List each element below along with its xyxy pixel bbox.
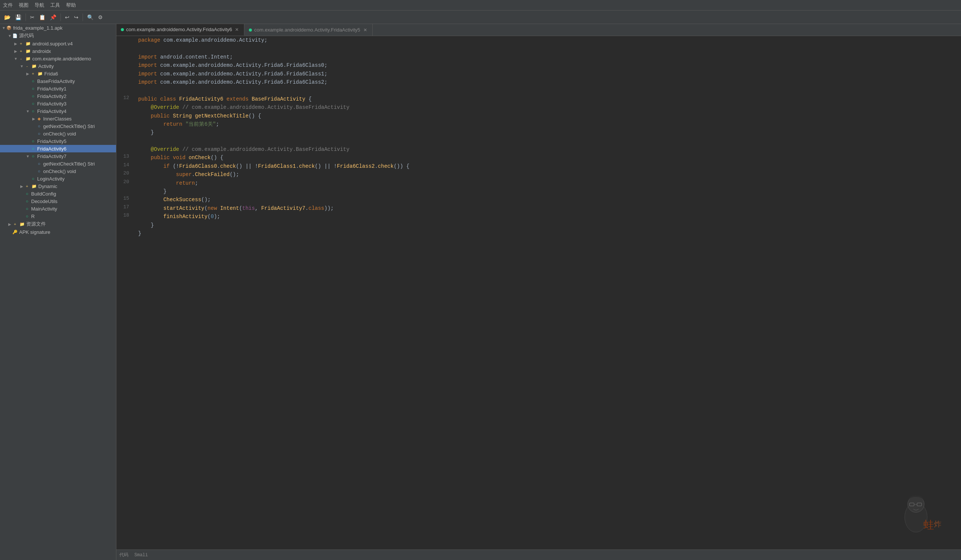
line-content-18: finishActivity(0); — [135, 212, 961, 221]
tree-frida6-folder[interactable]: ▶ + 📁 Frida6 — [0, 70, 116, 77]
tree-frida5[interactable]: ○ FridaActivity5 — [0, 137, 116, 145]
tab-close-frida5[interactable]: ✕ — [363, 27, 368, 34]
tree-resources[interactable]: ▶ + 📁 资源文件 — [0, 220, 116, 228]
tree-f7-method2[interactable]: ○ onCheck() void — [0, 167, 116, 175]
tab-frida5[interactable]: com.example.androiddemo.Activity.FridaAc… — [244, 24, 372, 36]
toolbar-save[interactable]: 💾 — [13, 13, 23, 21]
tree-inner-classes[interactable]: ▶ ◆ InnerClasses — [0, 115, 116, 122]
frida4-label: FridaActivity4 — [37, 109, 66, 114]
line-num-i1 — [116, 53, 135, 61]
folder-icon-f6: + — [30, 71, 36, 77]
package-icon-dynamic: 📁 — [31, 183, 37, 189]
tree-login[interactable]: ○ LoginActivity — [0, 175, 116, 183]
frida3-label: FridaActivity3 — [37, 101, 66, 107]
arrow-build — [19, 191, 24, 196]
tree-frida1[interactable]: ○ FridaActivity1 — [0, 85, 116, 92]
toolbar-search[interactable]: 🔍 — [85, 13, 95, 21]
menu-file[interactable]: 文件 — [3, 2, 13, 9]
decode-label: DecodeUtils — [31, 199, 58, 204]
tree-main[interactable]: ○ MainActivity — [0, 205, 116, 212]
arrow-f7m2 — [32, 169, 36, 173]
line-content-c2: } — [135, 187, 961, 196]
tree-decode[interactable]: ○ DecodeUtils — [0, 197, 116, 205]
f4-method1-label: getNextCheckTitle() Stri — [43, 124, 95, 129]
class-icon-base: ○ — [30, 78, 36, 84]
tab-dot-frida6 — [121, 28, 124, 31]
tree-source[interactable]: ▼ 📄 源代码 — [0, 32, 116, 40]
androidx-label: androidx — [32, 48, 51, 54]
class-icon-f1: ○ — [30, 85, 36, 91]
tree-frida2[interactable]: ○ FridaActivity2 — [0, 92, 116, 100]
tree-f4-method1[interactable]: ○ getNextCheckTitle() Stri — [0, 122, 116, 130]
r-label: R — [31, 213, 35, 219]
line-num-c4 — [116, 229, 135, 237]
tree-apk-sig[interactable]: 🔑 APK signature — [0, 228, 116, 236]
toolbar-sep1 — [26, 13, 26, 21]
folder-icon-res: + — [12, 221, 18, 227]
arrow-main — [19, 207, 24, 211]
arrow-f5 — [26, 139, 30, 143]
arrow-support: ▶ — [13, 41, 18, 46]
tree-dynamic[interactable]: ▶ + 📁 Dynamic — [0, 183, 116, 190]
toolbar-undo[interactable]: ↩ — [63, 13, 71, 21]
code-line-return: return "当前第6关"; — [116, 120, 961, 128]
menu-nav[interactable]: 导航 — [35, 2, 44, 9]
tree-frida3[interactable]: ○ FridaActivity3 — [0, 100, 116, 108]
line-num-i3 — [116, 70, 135, 78]
code-line-17: 17 startActivity(new Intent(this, FridaA… — [116, 204, 961, 212]
line-content-17: startActivity(new Intent(this, FridaActi… — [135, 204, 961, 212]
code-line-override2: @Override // com.example.androiddemo.Act… — [116, 145, 961, 154]
line-num-ov2 — [116, 145, 135, 154]
tree-com-example[interactable]: ▼ - 📁 com.example.androiddemo — [0, 55, 116, 62]
tree-f7-method1[interactable]: ○ getNextCheckTitle() Stri — [0, 160, 116, 167]
code-line-override1: @Override // com.example.androiddemo.Act… — [116, 103, 961, 111]
package-icon-com: 📁 — [25, 56, 31, 61]
tree-base-frida[interactable]: ○ BaseFridaActivity — [0, 77, 116, 85]
f4-method2-label: onCheck() void — [43, 131, 76, 136]
tree-buildconfig[interactable]: ○ BuildConfig — [0, 190, 116, 197]
tree-f4-method2[interactable]: ○ onCheck() void — [0, 130, 116, 137]
code-line-20a: 20 super.CheckFailed(); — [116, 170, 961, 179]
tree-root[interactable]: ▼ 📦 frida_example_1.1.apk — [0, 24, 116, 32]
tab-close-frida6[interactable]: ✕ — [234, 26, 239, 33]
tree-activity-folder[interactable]: ▼ - 📁 Activity — [0, 62, 116, 70]
tree-r[interactable]: ○ R — [0, 212, 116, 220]
menu-tools[interactable]: 工具 — [50, 2, 60, 9]
class-icon-decode: ○ — [24, 198, 30, 204]
method-icon-f4m2: ○ — [36, 131, 42, 136]
code-line-close2: } — [116, 187, 961, 196]
tree-frida6[interactable]: ○ FridaActivity6 — [0, 145, 116, 152]
toolbar-open[interactable]: 📂 — [2, 13, 12, 21]
line-content-c3: } — [135, 221, 961, 229]
toolbar-cut[interactable]: ✂ — [28, 13, 36, 21]
arrow-f7: ▼ — [26, 154, 30, 158]
package-icon-f6: 📁 — [37, 71, 43, 77]
line-content-20b: return; — [135, 179, 961, 187]
tree-frida7[interactable]: ▼ ○ FridaActivity7 — [0, 152, 116, 160]
tree-frida4[interactable]: ▼ ○ FridaActivity4 — [0, 108, 116, 115]
toolbar-pin[interactable]: 📌 — [48, 13, 58, 21]
line-num-c1 — [116, 128, 135, 136]
menu-view[interactable]: 视图 — [19, 2, 29, 9]
toolbar-redo[interactable]: ↪ — [72, 13, 80, 21]
arrow-com: ▼ — [13, 56, 18, 61]
arrow-sig — [8, 230, 12, 234]
sidebar: ▼ 📦 frida_example_1.1.apk ▼ 📄 源代码 ▶ + 📁 … — [0, 24, 116, 560]
menu-help[interactable]: 帮助 — [66, 2, 76, 9]
class-icon-main: ○ — [24, 206, 30, 212]
toolbar-settings[interactable]: ⚙ — [96, 13, 105, 21]
arrow-decode — [19, 199, 24, 204]
tree-androidx[interactable]: ▶ + 📁 androidx — [0, 47, 116, 55]
code-line-18: 18 finishActivity(0); — [116, 212, 961, 221]
line-content-i1: import android.content.Intent; — [135, 53, 961, 61]
line-num-14: 14 — [116, 162, 135, 170]
arrow-dynamic: ▶ — [19, 184, 24, 188]
tree-android-support[interactable]: ▶ + 📁 android.support.v4 — [0, 40, 116, 47]
tab-frida6[interactable]: com.example.androiddemo.Activity.FridaAc… — [116, 24, 244, 36]
code-line-close3: } — [116, 221, 961, 229]
line-content-13: public void onCheck() { — [135, 154, 961, 162]
toolbar-copy[interactable]: 📋 — [37, 13, 47, 21]
code-editor[interactable]: package com.example.androiddemo.Activity… — [116, 36, 961, 549]
apk-icon: 📦 — [6, 25, 12, 31]
frida5-label: FridaActivity5 — [37, 138, 66, 144]
